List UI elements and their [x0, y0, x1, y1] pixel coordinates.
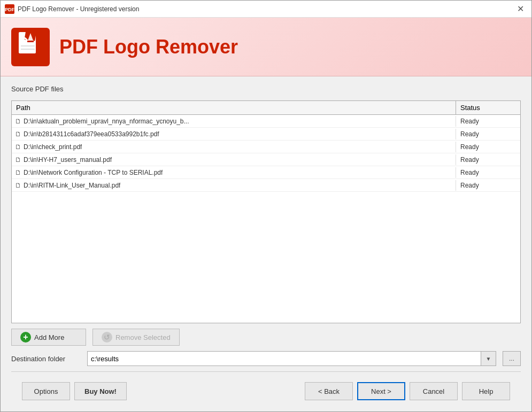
- remove-selected-button[interactable]: ↺ Remove Selected: [92, 329, 180, 346]
- table-row[interactable]: 🗋 D:\in\Network Configuration - TCP to S…: [12, 166, 520, 179]
- file-icon: 🗋: [15, 156, 21, 164]
- app-window: PDF PDF Logo Remover - Unregistered vers…: [0, 0, 532, 412]
- svg-rect-8: [27, 41, 34, 42]
- file-status-cell: Ready: [456, 154, 520, 165]
- title-bar-left: PDF PDF Logo Remover - Unregistered vers…: [5, 4, 139, 14]
- file-path-text: D:\in\b2814311c6adaf379eea0533a992b1fc.p…: [24, 130, 159, 138]
- table-row[interactable]: 🗋 D:\in\b2814311c6adaf379eea0533a992b1fc…: [12, 128, 520, 141]
- destination-row: Destination folder ▼ ...: [11, 351, 521, 366]
- file-icon: 🗋: [15, 182, 21, 189]
- file-path-cell: 🗋 D:\in\HY-H7_users_manual.pdf: [12, 154, 456, 165]
- file-icon: 🗋: [15, 130, 21, 138]
- destination-input-wrapper: ▼: [87, 351, 496, 366]
- file-table: Path Status 🗋 D:\in\aktualn_problemi_upr…: [11, 100, 521, 323]
- destination-input[interactable]: [88, 355, 481, 363]
- table-row[interactable]: 🗋 D:\in\aktualn_problemi_upravl_nnya_nfo…: [12, 115, 520, 128]
- title-icon: PDF: [5, 4, 14, 14]
- add-icon: +: [20, 332, 31, 343]
- file-status-cell: Ready: [456, 129, 520, 139]
- file-icon: 🗋: [15, 169, 21, 176]
- destination-dropdown-button[interactable]: ▼: [481, 352, 496, 366]
- file-status-cell: Ready: [456, 180, 520, 191]
- app-banner-title: PDF Logo Remover: [59, 36, 238, 58]
- file-action-buttons: + Add More ↺ Remove Selected: [11, 329, 521, 346]
- col-path-header: Path: [12, 101, 456, 114]
- bottom-bar: Options Buy Now! < Back Next > Cancel He…: [11, 377, 521, 405]
- cancel-button[interactable]: Cancel: [410, 382, 458, 400]
- file-path-cell: 🗋 D:\in\b2814311c6adaf379eea0533a992b1fc…: [12, 129, 456, 139]
- navigation-buttons: < Back Next > Cancel Help: [305, 382, 510, 400]
- next-button[interactable]: Next >: [357, 382, 405, 400]
- file-path-text: D:\in\RITM-Link_User_Manual.pdf: [24, 182, 120, 189]
- file-path-cell: 🗋 D:\in\RITM-Link_User_Manual.pdf: [12, 180, 456, 191]
- add-more-label: Add More: [34, 333, 64, 341]
- title-bar: PDF PDF Logo Remover - Unregistered vers…: [1, 1, 531, 18]
- table-row[interactable]: 🗋 D:\in\HY-H7_users_manual.pdf Ready: [12, 153, 520, 166]
- file-status-cell: Ready: [456, 142, 520, 152]
- file-path-text: D:\in\aktualn_problemi_upravl_nnya_nform…: [24, 118, 189, 125]
- file-path-text: D:\in\Network Configuration - TCP to SER…: [24, 169, 163, 176]
- svg-text:PDF: PDF: [5, 7, 14, 12]
- remove-selected-label: Remove Selected: [115, 333, 171, 341]
- buy-now-button[interactable]: Buy Now!: [74, 382, 127, 400]
- table-row[interactable]: 🗋 D:\in\RITM-Link_User_Manual.pdf Ready: [12, 179, 520, 192]
- separator: [11, 371, 521, 372]
- file-path-cell: 🗋 D:\in\aktualn_problemi_upravl_nnya_nfo…: [12, 116, 456, 127]
- file-status-cell: Ready: [456, 116, 520, 127]
- add-more-button[interactable]: + Add More: [11, 329, 86, 346]
- back-button[interactable]: < Back: [305, 382, 353, 400]
- table-row[interactable]: 🗋 D:\in\check_print.pdf Ready: [12, 141, 520, 153]
- source-label: Source PDF files: [11, 85, 521, 93]
- close-button[interactable]: ✕: [514, 3, 527, 15]
- destination-label: Destination folder: [11, 355, 81, 363]
- header-banner: PDF Logo Remover: [1, 18, 531, 76]
- col-status-header: Status: [456, 101, 520, 114]
- file-path-text: D:\in\check_print.pdf: [24, 143, 82, 151]
- main-content: Source PDF files Path Status 🗋 D:\in\akt…: [1, 76, 531, 411]
- file-path-cell: 🗋 D:\in\Network Configuration - TCP to S…: [12, 167, 456, 178]
- file-path-cell: 🗋 D:\in\check_print.pdf: [12, 142, 456, 152]
- options-button[interactable]: Options: [22, 382, 70, 400]
- destination-browse-button[interactable]: ...: [503, 351, 521, 366]
- file-path-text: D:\in\HY-H7_users_manual.pdf: [24, 156, 112, 164]
- file-icon: 🗋: [15, 143, 21, 151]
- app-logo-icon: [11, 28, 50, 66]
- window-title: PDF Logo Remover - Unregistered version: [18, 5, 139, 13]
- file-table-body[interactable]: 🗋 D:\in\aktualn_problemi_upravl_nnya_nfo…: [12, 115, 520, 323]
- table-header: Path Status: [12, 101, 520, 115]
- help-button[interactable]: Help: [462, 382, 510, 400]
- remove-icon: ↺: [102, 332, 112, 343]
- file-icon: 🗋: [15, 118, 21, 125]
- file-status-cell: Ready: [456, 167, 520, 178]
